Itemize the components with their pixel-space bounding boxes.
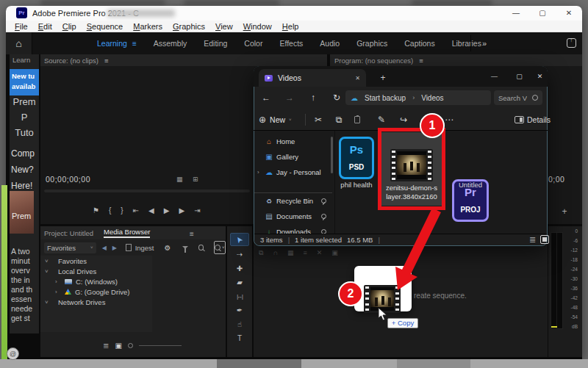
paste-icon[interactable] [354, 116, 360, 123]
search-icon[interactable] [198, 245, 203, 250]
menu-item[interactable]: View [215, 22, 233, 31]
workspace-tab[interactable]: Color [244, 39, 262, 48]
ingest-checkbox[interactable] [126, 244, 132, 251]
explorer-minimize-button[interactable]: — [485, 66, 503, 87]
tree-item[interactable]: › G: (Google Drive) [40, 286, 226, 297]
search-dropdown-button[interactable]: ˅ [214, 241, 226, 254]
new-button[interactable]: ⊕ New ˅ [259, 109, 292, 131]
minimize-button[interactable]: — [503, 6, 529, 21]
tab-close-icon[interactable]: ✕ [355, 75, 360, 82]
details-button[interactable]: Details [527, 109, 551, 131]
forward-icon[interactable]: → [282, 87, 297, 109]
search-input[interactable]: Search V [494, 90, 542, 105]
timeline-toolbar-icon[interactable]: ≡ [303, 249, 306, 256]
chevron-icon[interactable]: ˅ [45, 268, 51, 275]
explorer-tab[interactable]: Videos ✕ [259, 69, 366, 87]
transport-button-icon[interactable]: ⇤ [133, 206, 139, 214]
file-label[interactable]: Untitled [448, 181, 492, 189]
tool-button[interactable]: ☝ [231, 318, 248, 330]
tab-learn[interactable]: Learn [12, 54, 42, 66]
transport-button-icon[interactable]: { [109, 206, 111, 214]
tool-button[interactable]: |↔| [231, 290, 248, 302]
workspace-tab[interactable]: Assembly [154, 39, 187, 48]
settings-icon[interactable]: ⊞ [193, 176, 198, 183]
chevron-icon[interactable]: › [55, 278, 61, 285]
timeline-toolbar-icon[interactable]: ∩ [273, 249, 277, 256]
tool-button[interactable]: T [231, 332, 248, 344]
menu-item[interactable]: Clip [62, 22, 76, 31]
workspace-tab[interactable]: Graphics [356, 39, 387, 48]
sidebar-item[interactable]: Gallery [254, 149, 332, 165]
source-panel-header[interactable]: Source: (no clips) ≡ [40, 54, 327, 66]
explorer-close-button[interactable]: ✕ [531, 66, 549, 87]
workspace-tab[interactable]: Captions [404, 39, 434, 48]
add-button[interactable]: + [559, 206, 570, 217]
tree-item[interactable]: ˅ Favorites [40, 256, 226, 266]
tool-button[interactable]: ▰ [231, 276, 248, 288]
panel-tab[interactable]: Project: Untitled [44, 229, 93, 237]
breadcrumb-videos[interactable]: Videos [421, 94, 443, 102]
sidebar-scrollbar[interactable] [331, 137, 333, 173]
tree-item[interactable]: ˅ Local Drives [40, 266, 226, 276]
back-icon[interactable]: ← [259, 87, 273, 109]
fit-icon[interactable]: ▦ [176, 176, 183, 183]
tool-button[interactable]: ➤ [230, 233, 249, 246]
new-tutorials-badge[interactable]: New tuavailab [10, 69, 39, 95]
close-button[interactable]: ✕ [556, 6, 582, 21]
tutorial-thumbnail[interactable]: Prem [10, 191, 34, 234]
forward-icon[interactable]: ▶ [112, 245, 117, 251]
thumbnail-view-icon[interactable]: ▣ [115, 342, 121, 350]
transport-button-icon[interactable]: ▶ [179, 206, 184, 214]
workspace-tab[interactable]: Editing [204, 39, 227, 48]
menu-item[interactable]: Window [243, 22, 272, 31]
export-icon[interactable] [567, 38, 576, 48]
program-panel-header[interactable]: Program: (no sequences) ≡ [330, 54, 582, 66]
maximize-button[interactable]: ▢ [529, 6, 556, 21]
timeline-toolbar-icon[interactable]: ✕ [317, 249, 323, 256]
wrench-icon[interactable]: ⚙ [165, 244, 171, 252]
file-label[interactable]: phil health [334, 181, 379, 189]
assistant-icon[interactable]: @ [7, 347, 19, 360]
list-view-icon[interactable]: ≣ [103, 342, 109, 350]
panel-menu-icon[interactable]: ≡ [104, 57, 109, 65]
zoom-slider-track[interactable] [139, 345, 182, 346]
timeline-toolbar-icon[interactable]: ▦ [287, 249, 294, 256]
menu-item[interactable]: File [15, 22, 28, 31]
chevron-icon[interactable]: › [55, 289, 61, 295]
icons-view-icon[interactable] [540, 235, 549, 244]
address-bar[interactable]: ☁ Start backup › Videos [345, 90, 491, 105]
transport-button-icon[interactable]: } [121, 206, 123, 214]
workspace-tab[interactable]: Learning ≡ [97, 39, 137, 48]
zoom-slider-knob[interactable] [128, 343, 133, 348]
sidebar-item[interactable]: Documents [254, 209, 332, 224]
sidebar-item[interactable]: › Jay - Personal [254, 165, 332, 180]
details-pane-icon[interactable] [514, 116, 524, 123]
sidebar-item[interactable]: Home [254, 134, 332, 149]
favorites-dropdown[interactable]: Favorites ˅ [44, 242, 96, 253]
details-view-icon[interactable]: ≣ [529, 235, 536, 244]
transport-button-icon[interactable]: ⇥ [194, 206, 200, 214]
copy-icon[interactable]: ⧉ [332, 109, 345, 131]
transport-button-icon[interactable]: ◀ [148, 206, 154, 214]
timeline-toolbar-icon[interactable]: ⧉ [259, 249, 263, 257]
menu-item[interactable]: Markers [133, 22, 162, 31]
panel-menu-icon[interactable]: ≡ [190, 226, 194, 239]
workspace-overflow-button[interactable]: » [476, 32, 492, 54]
home-icon[interactable]: ⌂ [6, 32, 32, 54]
filter-icon[interactable] [182, 246, 188, 249]
tool-button[interactable]: ⇢ [231, 248, 248, 260]
transport-button-icon[interactable]: ⚑ [93, 206, 99, 214]
menu-item[interactable]: Sequence [87, 22, 123, 31]
timeline-toolbar-icon[interactable]: ▣ [331, 249, 338, 256]
tree-item[interactable]: ˅ Network Drives [40, 297, 226, 307]
sidebar-item[interactable]: Recycle Bin [254, 192, 332, 209]
tool-button[interactable]: ✒ [231, 304, 248, 316]
workspace-tab[interactable]: Effects [279, 39, 303, 48]
tool-button[interactable]: ✚ [231, 262, 248, 274]
menu-item[interactable]: Graphics [173, 22, 205, 31]
back-icon[interactable]: ◀ [102, 245, 107, 251]
source-scrubber[interactable] [44, 190, 250, 192]
chevron-icon[interactable]: ˅ [45, 299, 51, 306]
explorer-maximize-button[interactable]: ▢ [510, 66, 528, 87]
psd-file-icon[interactable]: Ps PSD [339, 137, 374, 179]
